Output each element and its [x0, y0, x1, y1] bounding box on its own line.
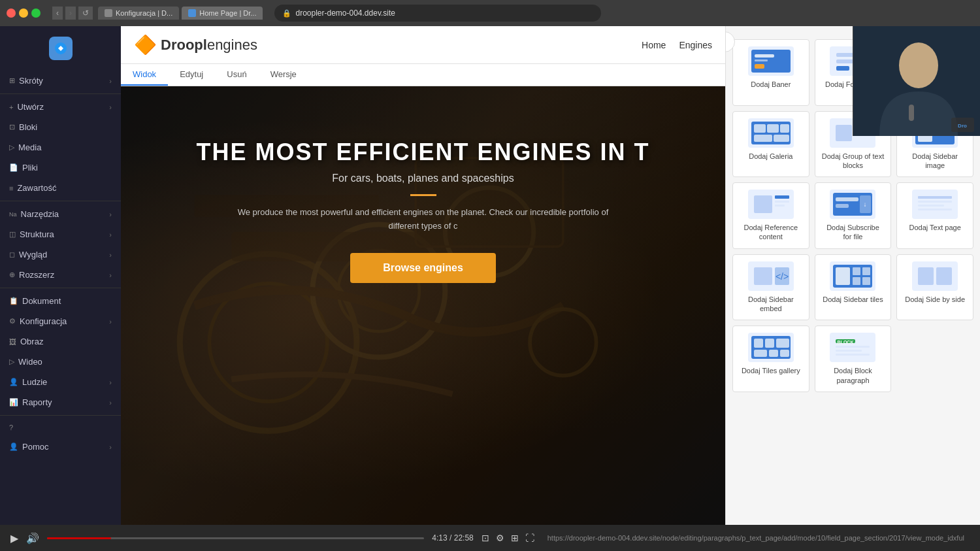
pip-icon[interactable]: ⊞ — [511, 533, 519, 543]
skroty-icon: ⊞ — [9, 76, 15, 85]
svg-rect-72 — [769, 350, 778, 357]
svg-rect-82 — [909, 105, 914, 121]
chevron-icon: › — [109, 378, 112, 386]
play-pause-button[interactable]: ▶ — [10, 532, 18, 544]
media-icon: ▷ — [9, 143, 14, 152]
reload-button[interactable]: ↺ — [78, 7, 93, 20]
block-card-galeria[interactable]: Dodaj Galeria — [732, 111, 809, 178]
sidebar-item-rozszerz[interactable]: ⊕ Rozszerz › — [0, 265, 121, 285]
svg-rect-46 — [836, 204, 849, 208]
hero-section: THE MOST EFFICIENT ENGINES IN T For cars… — [121, 86, 725, 525]
block-card-side-by-side[interactable]: Dodaj Side by side — [896, 254, 973, 321]
block-icon-baner — [748, 46, 794, 76]
progress-bar[interactable] — [47, 537, 424, 539]
pliki-icon: 📄 — [9, 163, 18, 172]
sidebar-item-wideo[interactable]: ▷ Wideo — [0, 352, 121, 372]
logo-engines: engines — [207, 37, 257, 53]
svg-rect-42 — [775, 201, 789, 203]
address-bar[interactable]: 🔒 droopler-demo-004.ddev.site — [274, 5, 601, 22]
browser-tab-config[interactable]: Konfiguracja | D... — [98, 7, 179, 20]
chevron-icon: › — [109, 318, 112, 326]
subtitles-icon[interactable]: ⊡ — [482, 533, 489, 543]
status-url: https://droopler-demo-004.ddev.site/node… — [542, 533, 970, 543]
tab-favicon — [188, 9, 196, 17]
svg-rect-30 — [836, 125, 852, 141]
raporty-icon: 📊 — [9, 398, 18, 407]
close-icon: ‹ — [725, 37, 726, 47]
hero-content: THE MOST EFFICIENT ENGINES IN T For cars… — [121, 86, 725, 309]
maximize-window-btn[interactable] — [31, 8, 41, 18]
sidebar-item-dokument[interactable]: 📋 Dokument — [0, 291, 121, 311]
sidebar-item-media[interactable]: ▷ Media — [0, 137, 121, 158]
browser-tab-home[interactable]: Home Page | Dr... — [182, 7, 263, 20]
svg-text:BLOCK: BLOCK — [838, 340, 854, 344]
svg-rect-63 — [862, 277, 870, 285]
sidebar-item-admin[interactable]: 👤 Pomoc › — [0, 437, 121, 457]
sidebar-item-struktura[interactable]: ◫ Struktura › — [0, 224, 121, 244]
sidebar-item-pomoc[interactable]: ? — [0, 418, 121, 437]
block-card-block-paragraph[interactable]: BLOCK Dodaj Block paragraph — [815, 326, 892, 392]
tab-wersje[interactable]: Wersje — [259, 64, 308, 86]
sidebar-item-zawartosc[interactable]: ≡ Zawartość — [0, 178, 121, 198]
block-card-sidebar-tiles[interactable]: Dodaj Sidebar tiles — [815, 254, 892, 321]
svg-rect-69 — [765, 339, 774, 348]
svg-rect-68 — [754, 339, 763, 348]
fullscreen-icon[interactable]: ⛶ — [525, 533, 534, 543]
block-label: Dodaj Side by side — [905, 295, 965, 304]
tab-edytuj[interactable]: Edytuj — [168, 64, 215, 86]
sidebar-item-raporty[interactable]: 📊 Raporty › — [0, 392, 121, 412]
block-icon-subscribe: ↓ — [830, 190, 875, 219]
chevron-icon: › — [109, 251, 112, 259]
svg-text:Dro: Dro — [958, 123, 967, 129]
chevron-icon: › — [109, 271, 112, 279]
forward-button[interactable]: › — [65, 7, 76, 20]
svg-text:↓: ↓ — [864, 201, 867, 208]
nav-home[interactable]: Home — [642, 40, 666, 50]
sidebar-item-narzedzia[interactable]: Na Narzędzia › — [0, 204, 121, 224]
svg-rect-53 — [918, 209, 952, 210]
svg-rect-62 — [853, 277, 860, 285]
sidebar-item-skroty[interactable]: ⊞ Skróty › — [0, 71, 121, 91]
svg-point-81 — [899, 42, 938, 88]
sidebar-item-label: Dokument — [22, 296, 112, 306]
sidebar-item-pliki[interactable]: 📄 Pliki — [0, 158, 121, 178]
svg-rect-45 — [836, 197, 858, 201]
block-card-baner[interactable]: Dodaj Baner — [732, 39, 809, 106]
block-card-subscribe[interactable]: ↓ Dodaj Subscribe for file — [815, 182, 892, 249]
block-label: Dodaj Block paragraph — [822, 366, 885, 385]
chevron-icon: › — [109, 231, 112, 239]
volume-button[interactable]: 🔊 — [26, 532, 39, 544]
settings-icon[interactable]: ⚙ — [496, 533, 504, 543]
block-card-sidebar-embed[interactable]: </> Dodaj Sidebar embed — [732, 254, 809, 321]
svg-rect-13 — [755, 64, 764, 69]
svg-rect-27 — [754, 135, 772, 142]
sidebar-item-konfiguracja[interactable]: ⚙ Konfiguracja › — [0, 311, 121, 331]
back-button[interactable]: ‹ — [52, 7, 63, 20]
person-silhouette: Dro — [853, 26, 980, 136]
sidebar-item-wyglad[interactable]: ◻ Wygląd › — [0, 244, 121, 265]
sidebar-item-bloki[interactable]: ⊡ Bloki — [0, 117, 121, 137]
sidebar-item-utworz[interactable]: + Utwórz › — [0, 97, 121, 117]
svg-rect-78 — [836, 350, 862, 352]
block-card-text-page[interactable]: Dodaj Text page — [896, 182, 973, 249]
svg-rect-77 — [836, 346, 870, 348]
hero-description: We produce the most powerful and efficie… — [227, 206, 619, 233]
sidebar-item-label: Narzędzia — [21, 209, 110, 219]
block-label: Dodaj Baner — [751, 80, 791, 89]
svg-rect-73 — [780, 350, 789, 357]
browse-engines-button[interactable]: Browse engines — [350, 253, 496, 283]
sidebar-item-ludzie[interactable]: 👤 Ludzie › — [0, 372, 121, 392]
block-card-reference[interactable]: Dodaj Reference content — [732, 182, 809, 249]
block-card-tiles-gallery[interactable]: Dodaj Tiles gallery — [732, 326, 809, 392]
nav-engines[interactable]: Engines — [679, 40, 712, 50]
current-time: 4:13 — [432, 533, 447, 543]
close-window-btn[interactable] — [7, 8, 16, 18]
nav-buttons: ‹ › ↺ — [52, 7, 93, 20]
minimize-window-btn[interactable] — [19, 8, 28, 18]
sidebar-item-label: Raporty — [22, 397, 109, 407]
time-separator: / — [449, 533, 454, 543]
site-logo: 🔶 Drooplengines — [134, 34, 257, 56]
tab-usun[interactable]: Usuń — [215, 64, 258, 86]
tab-widok[interactable]: Widok — [121, 64, 168, 86]
sidebar-item-obraz[interactable]: 🖼 Obraz — [0, 331, 121, 352]
